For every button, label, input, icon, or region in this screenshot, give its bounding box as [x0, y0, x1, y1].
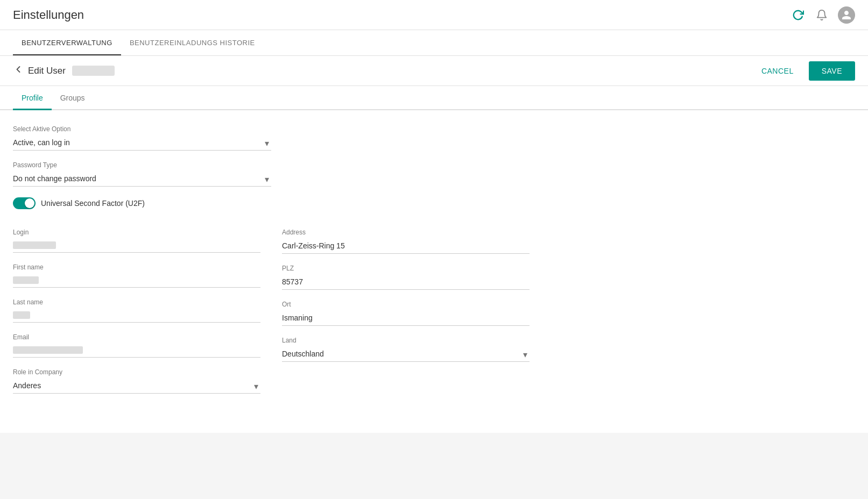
ort-input[interactable] [282, 310, 530, 326]
user-badge [72, 66, 115, 76]
plz-section: PLZ [282, 265, 530, 290]
u2f-label: Universal Second Factor (U2F) [41, 199, 145, 208]
aktive-option-section: Select Aktive Option Active, can log in … [13, 125, 271, 151]
cancel-button[interactable]: CANCEL [755, 62, 800, 80]
u2f-toggle[interactable] [13, 197, 36, 209]
tab-groups[interactable]: Groups [52, 86, 94, 110]
lastname-label: Last name [13, 298, 260, 306]
aktive-option-label: Select Aktive Option [13, 125, 271, 133]
tab-profile[interactable]: Profile [13, 86, 52, 110]
u2f-row: Universal Second Factor (U2F) [13, 197, 855, 209]
profile-tabs: Profile Groups [0, 86, 868, 110]
login-label: Login [13, 229, 260, 236]
left-col: Login First name Last name Email [13, 229, 260, 404]
email-redacted [13, 346, 83, 354]
login-section: Login [13, 229, 260, 253]
main-content: Select Aktive Option Active, can log in … [0, 110, 868, 433]
firstname-redacted [13, 276, 39, 284]
role-select[interactable]: Anderes Manager Developer Designer [13, 378, 260, 394]
ort-label: Ort [282, 301, 530, 308]
tab-benutzereinladungen[interactable]: BENUTZEREINLADUNGS HISTORIE [121, 30, 264, 55]
login-redacted [13, 241, 56, 249]
aktive-option-select[interactable]: Active, can log in Inactive, cannot log … [13, 135, 271, 151]
tab-benutzerverwaltung[interactable]: BENUTZERVERWALTUNG [13, 30, 121, 55]
role-wrapper: Anderes Manager Developer Designer ▾ [13, 378, 260, 394]
header-icons [791, 6, 855, 24]
main-tabs-bar: BENUTZERVERWALTUNG BENUTZEREINLADUNGS HI… [0, 30, 868, 56]
plz-input[interactable] [282, 274, 530, 290]
firstname-label: First name [13, 263, 260, 271]
back-arrow-icon[interactable] [13, 64, 24, 77]
toggle-thumb [25, 198, 34, 208]
app-title: Einstellungen [13, 8, 791, 22]
refresh-icon[interactable] [791, 8, 806, 23]
avatar[interactable] [838, 6, 855, 24]
lastname-section: Last name [13, 298, 260, 323]
bell-icon[interactable] [814, 8, 829, 23]
role-label: Role in Company [13, 368, 260, 376]
land-wrapper: Deutschland Österreich Schweiz ▾ [282, 346, 530, 362]
password-type-section: Password Type Do not change password Cha… [13, 161, 271, 187]
address-label: Address [282, 229, 530, 236]
edit-bar-actions: CANCEL SAVE [755, 61, 855, 81]
role-section: Role in Company Anderes Manager Develope… [13, 368, 260, 394]
right-col: Address PLZ Ort Land Deutschland Österre… [282, 229, 530, 404]
aktive-option-wrapper: Active, can log in Inactive, cannot log … [13, 135, 271, 151]
password-type-wrapper: Do not change password Change password o… [13, 171, 271, 187]
edit-bar-title: Edit User [28, 66, 66, 76]
land-section: Land Deutschland Österreich Schweiz ▾ [282, 337, 530, 362]
save-button[interactable]: SAVE [809, 61, 855, 81]
lastname-redacted [13, 311, 30, 319]
email-section: Email [13, 333, 260, 358]
firstname-section: First name [13, 263, 260, 288]
address-input[interactable] [282, 238, 530, 254]
top-header: Einstellungen [0, 0, 868, 30]
plz-label: PLZ [282, 265, 530, 272]
land-label: Land [282, 337, 530, 344]
form-grid: Login First name Last name Email [13, 229, 530, 404]
land-select[interactable]: Deutschland Österreich Schweiz [282, 346, 530, 362]
email-label: Email [13, 333, 260, 341]
password-type-label: Password Type [13, 161, 271, 169]
ort-section: Ort [282, 301, 530, 326]
address-section: Address [282, 229, 530, 254]
edit-bar: Edit User CANCEL SAVE [0, 56, 868, 86]
password-type-select[interactable]: Do not change password Change password o… [13, 171, 271, 187]
